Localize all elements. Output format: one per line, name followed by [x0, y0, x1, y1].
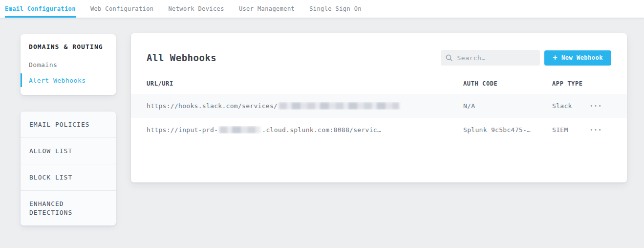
tab-single-sign-on[interactable]: Single Sign On — [309, 0, 362, 18]
tab-network-devices[interactable]: Network Devices — [169, 0, 224, 18]
redacted-url-segment — [279, 102, 399, 110]
sidebar-item-enhanced-detections[interactable]: ENHANCED DETECTIONS — [21, 191, 116, 225]
domains-routing-heading: DOMAINS & ROUTING — [21, 43, 116, 51]
row-more-menu-icon[interactable]: ••• — [589, 125, 603, 135]
new-webhook-button-label: New Webhook — [561, 54, 603, 61]
auth-code-cell: Splunk 9c5bc475-… — [463, 126, 552, 134]
redacted-url-segment — [219, 126, 260, 134]
sidebar-item-allow-list[interactable]: ALLOW LIST — [21, 138, 116, 164]
page-title: All Webhooks — [147, 52, 216, 63]
search-input[interactable] — [457, 54, 535, 62]
sidebar-item-domains[interactable]: Domains — [21, 57, 116, 72]
table-row: https://hooks.slack.com/services/ N/A Sl… — [131, 94, 627, 118]
app-type-cell: Slack — [552, 102, 589, 110]
webhook-url-cell: https://hooks.slack.com/services/ — [147, 102, 463, 110]
sidebar-item-email-policies[interactable]: EMAIL POLICIES — [21, 112, 116, 138]
column-header-app-type: APP TYPE — [552, 80, 589, 87]
table-row: https://input-prd- .cloud.splunk.com:808… — [131, 118, 627, 142]
webhook-url-prefix: https://hooks.slack.com/services/ — [147, 102, 278, 110]
sidebar-sections-card: EMAIL POLICIES ALLOW LIST BLOCK LIST ENH… — [21, 112, 116, 225]
plus-icon: + — [553, 54, 558, 62]
tab-web-configuration[interactable]: Web Configuration — [90, 0, 154, 18]
tab-email-configuration[interactable]: Email Configuration — [5, 0, 76, 18]
search-box[interactable] — [441, 50, 540, 66]
webhook-url-cell: https://input-prd- .cloud.splunk.com:808… — [147, 126, 463, 134]
table-header: URL/URI AUTH CODE APP TYPE — [131, 66, 627, 94]
webhooks-header: All Webhooks + New Webhook — [131, 33, 627, 66]
app-type-cell: SIEM — [552, 126, 589, 134]
new-webhook-button[interactable]: + New Webhook — [544, 50, 611, 66]
tab-user-management[interactable]: User Management — [239, 0, 295, 18]
column-header-url-uri: URL/URI — [147, 80, 463, 87]
webhook-url-suffix: .cloud.splunk.com:8088/servic… — [262, 126, 381, 134]
sidebar-item-block-list[interactable]: BLOCK LIST — [21, 164, 116, 191]
auth-code-cell: N/A — [463, 102, 552, 110]
sidebar: DOMAINS & ROUTING Domains Alert Webhooks… — [21, 34, 116, 225]
row-more-menu-icon[interactable]: ••• — [589, 101, 603, 111]
domains-routing-card: DOMAINS & ROUTING Domains Alert Webhooks — [21, 34, 116, 95]
webhook-url-prefix: https://input-prd- — [147, 126, 218, 134]
search-icon — [446, 54, 452, 61]
column-header-auth-code: AUTH CODE — [463, 80, 552, 87]
webhooks-panel: All Webhooks + New Webhook URL/URI AUTH … — [131, 33, 627, 182]
top-nav: Email Configuration Web Configuration Ne… — [0, 0, 644, 18]
sidebar-item-alert-webhooks[interactable]: Alert Webhooks — [21, 72, 116, 88]
